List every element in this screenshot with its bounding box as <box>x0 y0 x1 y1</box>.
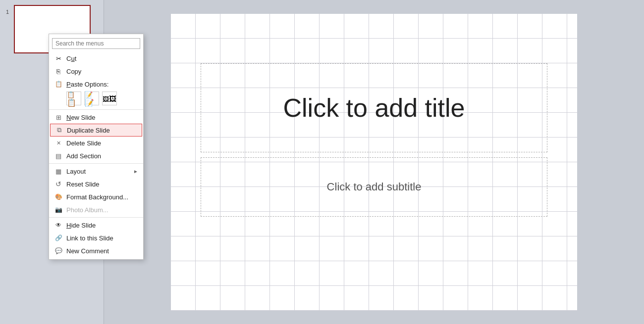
menu-item-format-background[interactable]: Format Background... <box>49 190 143 203</box>
menu-label-photo-album: Photo Album... <box>66 206 138 214</box>
menu-item-copy[interactable]: Copy <box>49 65 143 78</box>
layout-icon <box>54 167 63 176</box>
menu-item-reset-slide[interactable]: Reset Slide <box>49 178 143 190</box>
menu-label-layout: Layout <box>66 168 133 175</box>
menu-item-delete-slide[interactable]: Delete Slide <box>49 137 143 149</box>
menu-item-paste-header: 📋 Paste Options: <box>49 78 143 91</box>
menu-search-input[interactable] <box>52 38 140 49</box>
slide-number: 1 <box>6 9 9 15</box>
menu-label-delete-slide: Delete Slide <box>66 139 138 147</box>
comment-icon <box>54 246 63 255</box>
cut-icon <box>54 54 63 63</box>
slide-canvas[interactable]: Click to add title Click to add subtitle <box>171 14 577 311</box>
paste-options-row: 📋 📝 🖼 <box>49 91 143 108</box>
menu-label-duplicate-slide: Duplicate Slide <box>67 127 138 134</box>
paste-header-icon: 📋 <box>54 80 63 89</box>
delete-icon <box>54 139 63 147</box>
menu-label-reset-slide: Reset Slide <box>66 181 138 188</box>
slide-title-area[interactable]: Click to add title <box>201 63 547 152</box>
slide-title-text: Click to add title <box>283 93 465 123</box>
menu-item-duplicate-slide[interactable]: Duplicate Slide <box>50 124 142 137</box>
separator-3 <box>49 217 143 218</box>
separator-1 <box>49 109 143 110</box>
slide-subtitle-text: Click to add subtitle <box>327 181 422 193</box>
menu-item-photo-album: Photo Album... <box>49 203 143 216</box>
photo-icon <box>54 205 63 214</box>
separator-2 <box>49 163 143 164</box>
menu-label-format-background: Format Background... <box>66 193 138 201</box>
menu-item-hide-slide[interactable]: Hide Slide <box>49 219 143 231</box>
menu-label-link-to-slide: Link to this Slide <box>66 234 138 242</box>
menu-item-link-to-slide[interactable]: Link to this Slide <box>49 231 143 244</box>
paste-keep-icon: 📋 <box>67 90 81 107</box>
menu-label-copy: Copy <box>66 68 138 75</box>
menu-label-paste-header: Paste Options: <box>66 81 138 88</box>
slide-subtitle-area[interactable]: Click to add subtitle <box>201 157 547 217</box>
paste-pic-icon: 🖼 <box>103 94 116 103</box>
format-bg-icon <box>54 192 63 201</box>
layout-arrow-icon: ► <box>133 169 138 174</box>
menu-item-add-section[interactable]: Add Section <box>49 149 143 162</box>
menu-item-new-slide[interactable]: New Slide <box>49 111 143 124</box>
menu-label-new-comment: New Comment <box>66 247 138 255</box>
paste-pic-button[interactable]: 🖼 <box>102 92 117 105</box>
menu-label-new-slide: New Slide <box>66 114 138 121</box>
paste-keep-button[interactable]: 📋 <box>66 92 81 105</box>
menu-item-layout[interactable]: Layout ► <box>49 165 143 178</box>
paste-text-button[interactable]: 📝 <box>84 92 99 105</box>
link-icon <box>54 233 63 242</box>
reset-icon <box>54 180 63 188</box>
duplicate-icon <box>54 126 63 135</box>
menu-label-hide-slide: Hide Slide <box>66 222 138 229</box>
menu-item-cut[interactable]: Cut <box>49 52 143 65</box>
hide-slide-icon <box>54 221 63 230</box>
copy-icon <box>54 67 63 76</box>
paste-text-icon: 📝 <box>85 90 99 107</box>
menu-item-new-comment[interactable]: New Comment <box>49 244 143 257</box>
context-menu: Cut Copy 📋 Paste Options: 📋 📝 🖼 New Slid… <box>49 34 144 260</box>
menu-label-add-section: Add Section <box>66 152 138 160</box>
add-section-icon <box>54 151 63 160</box>
slide-editor: Click to add title Click to add subtitle <box>104 0 644 324</box>
menu-label-cut: Cut <box>66 55 138 62</box>
new-slide-icon <box>54 113 63 122</box>
